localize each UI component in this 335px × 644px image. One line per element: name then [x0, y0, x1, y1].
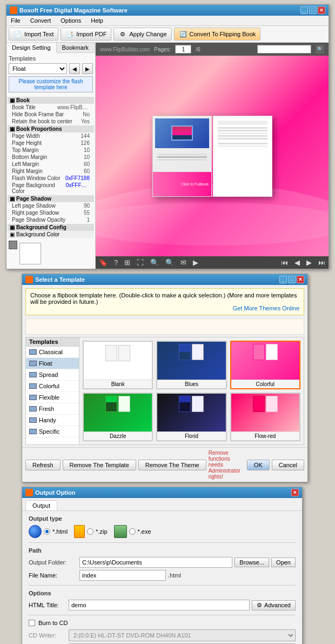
tab-output[interactable]: Output — [25, 500, 57, 510]
template-cancel-button[interactable]: Cancel — [272, 460, 304, 470]
tpl-item-float[interactable]: Float — [26, 358, 79, 369]
template-ok-button[interactable]: OK — [247, 460, 270, 470]
output-close-button[interactable]: ✕ — [291, 489, 299, 496]
tree-bg-config-header[interactable]: ▣ Background Config — [8, 224, 94, 231]
title-bar: Boxoft Free Digital Magazine Software _ … — [6, 5, 329, 16]
template-next-button[interactable]: ▶ — [82, 63, 93, 74]
template-minimize-button[interactable]: _ — [279, 276, 287, 283]
email-button[interactable]: ✉ — [179, 258, 187, 267]
tpl-icon-fresh — [29, 406, 37, 411]
tpl-thumb-blank[interactable]: Blank — [83, 341, 153, 389]
burn-to-cd-checkbox[interactable] — [29, 620, 35, 626]
tree-item-retain: Retain the book to center Yes — [8, 118, 94, 125]
preview-toolbar: www.FlipBuilder.com Pages: 1 /6 🔍 — [96, 43, 329, 56]
tree-proportions-header[interactable]: ▣ Book Proportions — [8, 125, 94, 132]
tree-shadow-header[interactable]: ▣ Page Shadow — [8, 195, 94, 202]
page-number-input[interactable]: 1 — [175, 45, 191, 54]
tpl-item-handy[interactable]: Handy — [26, 415, 79, 426]
bookmark-button[interactable]: 🔖 — [98, 258, 109, 267]
import-pdf-button[interactable]: 📑 Import PDF — [61, 28, 111, 41]
menu-options[interactable]: Options — [58, 17, 83, 24]
radio-zip-circle[interactable] — [87, 528, 93, 535]
radio-html-circle[interactable] — [44, 528, 50, 535]
menu-help[interactable]: Help — [89, 17, 105, 24]
prev-page-button[interactable]: ◀ — [293, 258, 301, 267]
expand-icon-2: ▣ — [10, 126, 15, 132]
template-maximize-button[interactable]: □ — [288, 276, 296, 283]
output-tabs: Output — [22, 498, 302, 511]
file-name-input[interactable] — [79, 570, 166, 581]
page-line — [218, 130, 267, 131]
tpl-thumb-flowred[interactable]: Flow-red — [230, 393, 300, 441]
filename-row: File Name: .html — [29, 570, 296, 581]
help-button[interactable]: ? — [113, 258, 119, 267]
apply-change-button[interactable]: ⚙ Apply Change — [113, 28, 171, 41]
expand-icon-5: ▣ — [10, 231, 15, 237]
template-close-button[interactable]: ✕ — [297, 276, 304, 283]
browse-button[interactable]: Browse... — [234, 557, 269, 567]
preview-controls: 🔖 ? ⊞ ⛶ 🔍 🔍 ✉ ▶ ⏮ ◀ ▶ ⏭ — [96, 256, 329, 269]
zoom-out-button[interactable]: 🔍 — [149, 258, 160, 267]
page-line — [218, 135, 267, 137]
search-input[interactable] — [257, 45, 311, 54]
tab-bookmark[interactable]: Bookmark — [57, 43, 95, 52]
next-page-button[interactable]: ▶ — [305, 258, 313, 267]
tree-bg-color-header[interactable]: ▣ Background Color — [8, 231, 94, 238]
import-text-button[interactable]: 📄 Import Text — [9, 28, 58, 41]
get-more-link[interactable]: Get More Themes Online — [30, 305, 299, 311]
minimize-button[interactable]: _ — [300, 6, 308, 14]
tpl-thumb-colorful[interactable]: Colorful — [230, 341, 300, 389]
tpl-img-dazzle — [84, 394, 152, 431]
first-page-button[interactable]: ⏮ — [280, 258, 289, 267]
menu-convert[interactable]: Convert — [28, 17, 53, 24]
tree-item-book-title: Book Title www.FlipBu... — [8, 104, 94, 111]
preview-url: www.FlipBuilder.com — [100, 47, 150, 52]
tpl-thumb-florid[interactable]: Florid — [156, 393, 226, 441]
close-button[interactable]: ✕ — [318, 6, 325, 14]
tree-item-bg-color: Page Background Color 0xFFFFFF — [8, 182, 94, 195]
radio-exe-circle[interactable] — [129, 528, 136, 535]
template-footer: Refresh Remove The Template Remove The T… — [22, 447, 307, 482]
refresh-button[interactable]: Refresh — [25, 460, 61, 470]
divider-1 — [29, 542, 296, 543]
thumbnails-button[interactable]: ⊞ — [123, 258, 131, 267]
tpl-item-specific[interactable]: Specific — [26, 426, 79, 437]
template-grid-area: Blank Blues — [79, 337, 304, 445]
remove-theme-button[interactable]: Remove The Theme — [138, 460, 206, 470]
open-button[interactable]: Open — [271, 557, 296, 567]
tree-item-right-shadow: Right page Shadow 55 — [8, 209, 94, 216]
expand-icon-3: ▣ — [10, 196, 15, 202]
template-dropdown[interactable]: Float — [9, 63, 67, 74]
app-title: Boxoft Free Digital Magazine Software — [19, 7, 128, 14]
menu-file[interactable]: File — [9, 17, 23, 24]
zoom-in-button[interactable]: 🔍 — [164, 258, 175, 267]
search-button[interactable]: 🔍 — [316, 45, 324, 54]
output-folder-input[interactable] — [79, 557, 232, 568]
color-picker-icon[interactable] — [9, 241, 17, 249]
tpl-img-florid — [157, 394, 225, 431]
tpl-item-colorful[interactable]: Colorful — [26, 381, 79, 392]
apply-change-icon: ⚙ — [118, 30, 127, 38]
tab-row: Design Setting Bookmark — [6, 43, 95, 53]
cd-writer-select[interactable]: 2:(0:0:E) HL-DT-ST DVD-ROM DH40N A101 — [69, 629, 296, 641]
last-page-button[interactable]: ⏭ — [317, 258, 326, 267]
tpl-item-flexible[interactable]: Flexible — [26, 392, 79, 403]
tpl-item-classical[interactable]: Classical — [26, 347, 79, 358]
html-title-input[interactable] — [69, 600, 250, 610]
tpl-item-fresh[interactable]: Fresh — [26, 403, 79, 415]
remove-template-button[interactable]: Remove The Template — [63, 460, 136, 470]
tpl-item-spread[interactable]: Spread — [26, 369, 79, 381]
convert-button[interactable]: 🔄 Convert To Flipping Book — [174, 28, 261, 41]
template-link[interactable]: Please customize the flash template here — [9, 76, 93, 92]
output-type-label: Output type — [29, 515, 296, 522]
template-prev-button[interactable]: ◀ — [69, 63, 80, 74]
maximize-button[interactable]: □ — [309, 6, 317, 14]
play-button[interactable]: ▶ — [192, 258, 199, 267]
fullscreen-button[interactable]: ⛶ — [136, 258, 145, 267]
tree-book-header[interactable]: ▣ Book — [8, 97, 94, 104]
advanced-button[interactable]: ⚙ Advanced — [252, 600, 296, 610]
tpl-icon-handy — [29, 417, 37, 423]
tpl-thumb-blues[interactable]: Blues — [156, 341, 226, 389]
tab-design-setting[interactable]: Design Setting — [6, 43, 57, 53]
tpl-thumb-dazzle[interactable]: Dazzle — [83, 393, 153, 441]
